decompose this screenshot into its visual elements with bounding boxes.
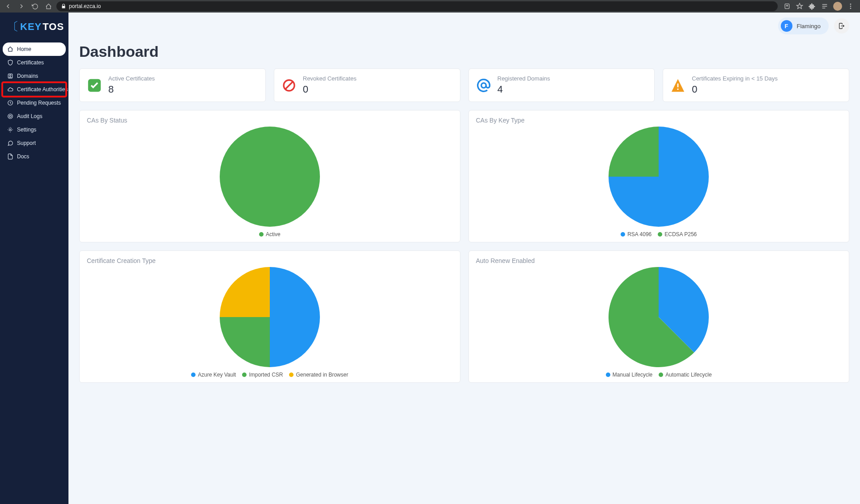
svg-point-3 [850, 8, 851, 9]
forward-button[interactable] [16, 1, 27, 12]
svg-point-5 [9, 75, 11, 76]
profile-avatar-icon[interactable] [833, 2, 842, 11]
sidebar-nav: Home Certificates Domains Certificate Au… [0, 42, 68, 163]
sidebar-item-settings[interactable]: Settings [3, 123, 66, 136]
sidebar-item-docs[interactable]: Docs [3, 150, 66, 163]
svg-point-1 [850, 4, 851, 5]
chart-card-cas-by-key-type: CAs By Key Type RSA 4096ECDSA P256 [468, 110, 850, 242]
sidebar-item-label: Certificates [17, 59, 44, 66]
topbar: F Flamingo [68, 13, 860, 39]
lock-icon [61, 4, 66, 9]
svg-point-2 [850, 6, 851, 7]
stat-value: 0 [303, 84, 357, 95]
share-icon[interactable] [783, 2, 791, 10]
page-title: Dashboard [79, 43, 849, 60]
sidebar-item-label: Settings [17, 127, 36, 133]
legend-item[interactable]: Automatic Lifecycle [659, 372, 711, 378]
stat-label: Revoked Certificates [303, 75, 357, 82]
url-text: portal.ezca.io [69, 3, 101, 9]
sidebar-item-label: Domains [17, 73, 38, 79]
sidebar: 〔KEYTOS Home Certificates Domains Certif… [0, 13, 68, 504]
legend-item[interactable]: Active [259, 231, 281, 237]
legend: Manual LifecycleAutomatic Lifecycle [606, 372, 712, 378]
sidebar-item-certificates[interactable]: Certificates [3, 56, 66, 69]
stat-card-expiring: Certificates Expiring in < 15 Days 0 [663, 68, 849, 102]
reading-list-icon[interactable] [821, 2, 829, 10]
home-button-chrome[interactable] [43, 1, 54, 12]
svg-point-8 [9, 115, 12, 118]
stat-value: 8 [108, 84, 155, 95]
svg-rect-13 [677, 83, 679, 87]
at-icon [476, 78, 491, 93]
sidebar-item-audit-logs[interactable]: Audit Logs [3, 110, 66, 123]
sidebar-item-label: Support [17, 140, 36, 146]
pie-chart-cert-creation-type[interactable] [220, 267, 320, 367]
chart-card-cert-creation-type: Certificate Creation Type Azure Key Vaul… [79, 250, 460, 383]
brand-logo: 〔KEYTOS [0, 13, 68, 42]
legend-label: Automatic Lifecycle [665, 372, 711, 378]
chat-icon [7, 140, 13, 146]
pie-chart-auto-renew[interactable] [609, 267, 709, 367]
chart-card-auto-renew: Auto Renew Enabled Manual LifecycleAutom… [468, 250, 850, 383]
chart-title: Auto Renew Enabled [476, 257, 842, 264]
legend-label: Active [266, 231, 281, 237]
stat-card-revoked: Revoked Certificates 0 [274, 68, 460, 102]
chart-title: CAs By Key Type [476, 117, 842, 124]
stat-row: Active Certificates 8 Revoked Certificat… [79, 68, 849, 102]
pie-chart-cas-by-status[interactable] [220, 127, 320, 227]
stat-value: 0 [692, 84, 778, 95]
legend-swatch [289, 373, 294, 377]
sidebar-item-label: Audit Logs [17, 113, 43, 119]
legend-item[interactable]: Generated in Browser [289, 372, 348, 378]
sidebar-item-label: Certificate Authorities [17, 86, 68, 93]
sidebar-item-label: Home [17, 46, 31, 52]
menu-icon[interactable] [847, 2, 855, 10]
sidebar-item-domains[interactable]: Domains [3, 69, 66, 83]
legend-label: ECDSA P256 [664, 231, 697, 237]
user-name: Flamingo [797, 23, 821, 30]
legend-label: Azure Key Vault [198, 372, 236, 378]
legend-swatch [191, 373, 196, 377]
legend-item[interactable]: RSA 4096 [621, 231, 651, 237]
sidebar-item-label: Docs [17, 153, 29, 160]
stat-label: Certificates Expiring in < 15 Days [692, 75, 778, 82]
sidebar-item-home[interactable]: Home [3, 42, 66, 56]
target-icon [7, 113, 13, 119]
legend-item[interactable]: Manual Lifecycle [606, 372, 652, 378]
legend-item[interactable]: Azure Key Vault [191, 372, 236, 378]
legend-swatch [621, 232, 625, 237]
shield-icon [7, 59, 13, 66]
extensions-icon[interactable] [808, 2, 816, 10]
legend-swatch [606, 373, 610, 377]
cloud-icon [7, 86, 13, 93]
legend-swatch [242, 373, 247, 377]
stat-label: Active Certificates [108, 75, 155, 82]
legend-item[interactable]: ECDSA P256 [658, 231, 697, 237]
alert-icon [670, 78, 685, 93]
back-button[interactable] [3, 1, 13, 12]
logout-button[interactable] [834, 18, 849, 34]
home-icon [7, 46, 13, 52]
stat-value: 4 [498, 84, 550, 95]
address-bar[interactable]: portal.ezca.io [56, 1, 778, 11]
legend-swatch [259, 232, 264, 237]
legend-label: Imported CSR [249, 372, 283, 378]
legend-label: Manual Lifecycle [613, 372, 652, 378]
pie-chart-cas-by-key-type[interactable] [609, 127, 709, 227]
id-icon [7, 73, 13, 79]
stat-card-domains: Registered Domains 4 [468, 68, 655, 102]
svg-point-15 [220, 127, 320, 227]
main-area: F Flamingo Dashboard Active Certificates… [68, 13, 860, 504]
legend-item[interactable]: Imported CSR [242, 372, 283, 378]
stat-card-active: Active Certificates 8 [79, 68, 266, 102]
star-icon[interactable] [796, 2, 804, 10]
reload-button[interactable] [30, 1, 40, 12]
user-menu[interactable]: F Flamingo [778, 17, 829, 34]
sidebar-item-support[interactable]: Support [3, 136, 66, 150]
chart-title: CAs By Status [87, 117, 453, 124]
sidebar-item-pending-requests[interactable]: Pending Requests [3, 96, 66, 110]
legend: RSA 4096ECDSA P256 [621, 231, 697, 237]
legend-label: Generated in Browser [296, 372, 348, 378]
sidebar-item-certificate-authorities[interactable]: Certificate Authorities [3, 83, 66, 96]
doc-icon [7, 153, 13, 160]
